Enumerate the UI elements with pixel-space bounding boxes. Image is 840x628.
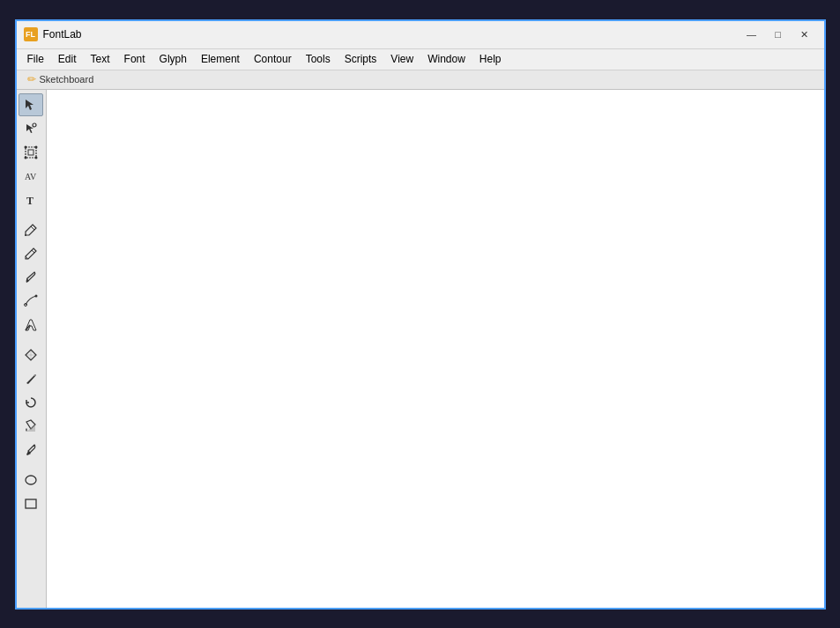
menu-font[interactable]: Font xyxy=(117,51,152,67)
tab-bar: ✏ Sketchboard xyxy=(17,70,824,90)
fill-icon xyxy=(24,419,38,433)
app-icon: FL xyxy=(24,27,38,41)
pointer-icon xyxy=(24,98,38,112)
menu-help[interactable]: Help xyxy=(472,51,509,67)
canvas-area[interactable] xyxy=(47,90,824,608)
svg-rect-2 xyxy=(28,150,33,155)
window-controls: — □ ✕ xyxy=(740,26,817,43)
node-select-icon xyxy=(24,122,38,136)
brush-icon xyxy=(24,270,38,284)
rectangle-tool[interactable] xyxy=(19,492,43,515)
rectangle-icon xyxy=(24,497,38,511)
node-select-tool[interactable] xyxy=(19,117,43,140)
calligraphy-tool[interactable] xyxy=(19,314,43,336)
menu-bar: File Edit Text Font Glyph Element Contou… xyxy=(17,49,824,70)
rotate-tool[interactable] xyxy=(19,391,43,414)
svg-point-5 xyxy=(24,156,26,159)
sketchboard-icon: ✏ xyxy=(27,73,36,85)
svg-text:AV: AV xyxy=(25,172,37,181)
rotate-icon xyxy=(24,395,38,410)
menu-edit[interactable]: Edit xyxy=(51,51,84,67)
transform-icon xyxy=(24,145,38,159)
separator-1 xyxy=(19,212,44,218)
spike-tool[interactable] xyxy=(19,344,43,366)
tab-label: Sketchboard xyxy=(40,74,94,85)
tab-sketchboard[interactable]: ✏ Sketchboard xyxy=(20,71,101,87)
separator-2 xyxy=(19,337,44,343)
svg-rect-13 xyxy=(26,499,36,508)
ellipse-icon xyxy=(24,473,38,487)
pointer-select-tool[interactable] xyxy=(19,93,43,116)
pen-tool[interactable] xyxy=(19,218,43,241)
menu-scripts[interactable]: Scripts xyxy=(338,51,384,67)
brush-tool[interactable] xyxy=(19,266,43,289)
spike-icon xyxy=(24,348,38,362)
content-area: AV T xyxy=(17,90,824,608)
svg-point-6 xyxy=(34,156,37,159)
text-icon: T xyxy=(24,193,38,207)
pen-icon xyxy=(24,223,38,237)
transform-tool[interactable] xyxy=(19,141,43,164)
calligraphy-icon xyxy=(24,318,38,332)
pencil-icon xyxy=(24,247,38,261)
ellipse-tool[interactable] xyxy=(19,469,43,491)
rapid-pen-tool[interactable] xyxy=(19,290,43,313)
pencil-tool[interactable] xyxy=(19,242,43,265)
svg-point-0 xyxy=(33,123,36,127)
svg-point-10 xyxy=(34,294,37,297)
menu-glyph[interactable]: Glyph xyxy=(152,51,194,67)
eyedropper-icon xyxy=(24,443,38,457)
toolbar: AV T xyxy=(17,90,47,608)
menu-contour[interactable]: Contour xyxy=(247,51,299,67)
menu-view[interactable]: View xyxy=(383,51,420,67)
svg-point-9 xyxy=(25,234,26,236)
separator-3 xyxy=(19,462,44,468)
menu-element[interactable]: Element xyxy=(194,51,247,67)
eyedropper-tool[interactable] xyxy=(19,439,43,462)
minimize-button[interactable]: — xyxy=(740,26,764,43)
menu-file[interactable]: File xyxy=(20,51,51,67)
svg-point-3 xyxy=(24,145,26,148)
menu-text[interactable]: Text xyxy=(84,51,117,67)
rapid-pen-icon xyxy=(24,294,38,308)
close-button[interactable]: ✕ xyxy=(792,26,817,43)
svg-rect-1 xyxy=(26,147,36,158)
text-tool[interactable]: T xyxy=(19,188,43,211)
main-window: FL FontLab — □ ✕ File Edit Text Font Gly… xyxy=(15,19,826,610)
kerning-icon: AV xyxy=(24,169,38,183)
menu-tools[interactable]: Tools xyxy=(299,51,338,67)
knife-tool[interactable] xyxy=(19,367,43,390)
maximize-button[interactable]: □ xyxy=(766,26,791,43)
kerning-tool[interactable]: AV xyxy=(19,165,43,188)
svg-point-12 xyxy=(26,476,36,484)
app-title: FontLab xyxy=(43,28,740,41)
title-bar: FL FontLab — □ ✕ xyxy=(17,21,824,49)
fill-tool[interactable] xyxy=(19,415,43,438)
svg-text:T: T xyxy=(26,195,33,207)
knife-icon xyxy=(24,372,38,386)
menu-window[interactable]: Window xyxy=(420,51,472,67)
svg-point-4 xyxy=(34,145,37,148)
